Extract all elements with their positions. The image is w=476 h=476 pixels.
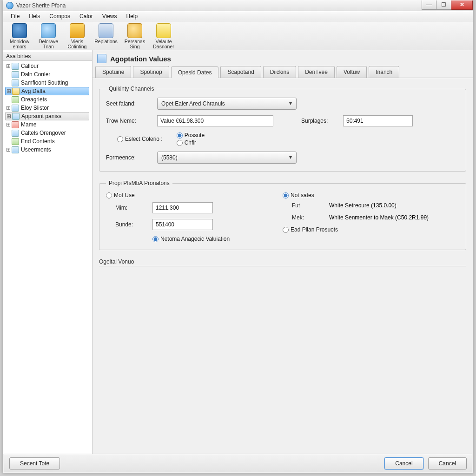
- chfir-radio[interactable]: [177, 140, 183, 146]
- tab-panel: Quikinty Channels Seet faland: Opet Eale…: [93, 78, 473, 270]
- secent-tote-button[interactable]: Secent Tote: [9, 457, 60, 469]
- trow-input[interactable]: [157, 115, 273, 126]
- minimize-button[interactable]: —: [422, 0, 436, 10]
- footer: Secent Tote Cancel Cancel: [4, 454, 472, 472]
- set-label: Seet faland:: [106, 100, 157, 107]
- sidebar-item-label: Useerments: [21, 146, 51, 153]
- mek-value: White Senmenter to Maek (C50.2R1.99): [329, 214, 429, 221]
- folder-icon: [12, 121, 19, 128]
- sidebar-item-daln[interactable]: Daln Conler: [5, 70, 92, 79]
- shield-icon: [12, 113, 20, 120]
- titlebar: Vazor Sherite Pfona — ☐ ✕: [3, 0, 473, 11]
- edit-icon: [156, 23, 171, 38]
- group-quikinty-channels: Quikinty Channels Seet faland: Opet Eale…: [99, 86, 466, 172]
- tab-scapotand[interactable]: Scapotand: [220, 66, 261, 78]
- form-label: Formeence:: [106, 154, 157, 161]
- tab-inanch[interactable]: Inanch: [369, 66, 399, 78]
- page-icon: [97, 54, 106, 63]
- eslect-radio[interactable]: [117, 136, 123, 142]
- sidebar-item-label: Avg Dalta: [21, 88, 46, 94]
- sidebar-item-samfioont[interactable]: Samfioont Soutting: [5, 79, 92, 87]
- app-icon: [6, 2, 13, 9]
- sidebar-item-callour[interactable]: ⊞ Callour: [5, 62, 92, 70]
- sidebar-item-label: Oreagriets: [21, 96, 47, 103]
- close-button[interactable]: ✕: [451, 0, 473, 10]
- folder-icon: [12, 63, 19, 70]
- not-sates-radio[interactable]: [283, 192, 289, 198]
- group-legend: Propi PfsMbA Pronatons: [106, 180, 172, 186]
- mot-use-radio[interactable]: [106, 192, 112, 198]
- expand-icon: ⊞: [6, 63, 11, 69]
- menu-file[interactable]: File: [6, 12, 24, 20]
- sidebar-item-oreagriets[interactable]: Oreagriets: [5, 95, 92, 104]
- sidebar-item-avgdalta[interactable]: ⊞ Avg Dalta: [5, 87, 89, 95]
- expand-icon: ⊞: [7, 88, 11, 94]
- menu-hels[interactable]: Hels: [24, 12, 45, 20]
- maximize-button[interactable]: ☐: [436, 0, 451, 10]
- min-input[interactable]: [152, 202, 213, 213]
- tab-spotinop[interactable]: Spotinop: [133, 66, 169, 78]
- cancel-button-2[interactable]: Cancel: [428, 457, 467, 469]
- expand-icon: ⊞: [6, 121, 11, 128]
- netoma-radio[interactable]: [152, 236, 159, 242]
- menu-compos[interactable]: Compos: [45, 12, 75, 20]
- folder-icon: [12, 79, 19, 86]
- bunde-input[interactable]: [152, 219, 213, 230]
- min-label: Mim:: [115, 205, 152, 211]
- sidebar-item-label: Samfioont Soutting: [21, 79, 68, 86]
- tool-repiations[interactable]: Repiations: [93, 23, 119, 44]
- mot-use-radio-wrap[interactable]: Mot Use: [106, 192, 283, 198]
- possute-radio[interactable]: [177, 132, 183, 139]
- fut-label: Fut: [292, 202, 329, 209]
- fut-value: White Setreoure (135.0.00): [329, 202, 397, 209]
- menu-calor[interactable]: Calor: [75, 12, 98, 20]
- tab-diickins[interactable]: Diickins: [263, 66, 296, 78]
- ogeital-head: Ogeital Vonuo: [99, 258, 466, 266]
- sidebar-item-eloy[interactable]: ⊞ Eloy Slistor: [5, 104, 92, 112]
- sidebar-tree: ⊞ Callour Daln Conler Samfioont Soutting…: [3, 61, 92, 154]
- sidebar-item-useerments[interactable]: ⊞ Useerments: [5, 145, 92, 154]
- sidebar: Asa birtes ⊞ Callour Daln Conler Samfioo…: [3, 50, 93, 454]
- menu-help[interactable]: Help: [122, 12, 143, 20]
- sidebar-item-label: Daln Conler: [21, 71, 50, 78]
- menu-views[interactable]: Views: [98, 12, 122, 20]
- ead-radio-wrap[interactable]: Ead Plian Prosuots: [283, 226, 459, 233]
- tab-spotuine[interactable]: Spotuine: [95, 66, 131, 78]
- tool-delorave[interactable]: Delorave Tnan: [35, 23, 62, 49]
- tab-deritvee[interactable]: DeriTvee: [298, 66, 335, 78]
- cancel-button-1[interactable]: Cancel: [384, 457, 423, 469]
- window-title: Vazor Sherite Pfona: [16, 2, 66, 9]
- eslect-radio-wrap[interactable]: Eslect Colerio :: [117, 136, 163, 142]
- sidebar-item-label: Caltels Orengover: [21, 130, 66, 136]
- netoma-radio-wrap[interactable]: Netoma Anagecic Valuiation: [152, 236, 283, 242]
- folder-icon: [12, 105, 19, 112]
- pencil-icon: [127, 23, 142, 38]
- pronatons-right: Not sates Fut White Setreoure (135.0.00)…: [283, 192, 459, 242]
- sidebar-item-endcontents[interactable]: End Contents: [5, 137, 92, 145]
- set-select[interactable]: Opet Ealer Ared Chranuls: [157, 98, 297, 110]
- sidebar-header: Asa birtes: [3, 52, 92, 61]
- sidebar-item-apprsont[interactable]: ⊞ Apprsont paniss: [5, 112, 89, 120]
- page-header: Agoptation Values: [93, 50, 473, 66]
- bunde-label: Bunde:: [115, 221, 152, 228]
- toolbar: Monidow emors Delorave Tnan Vieris Colin…: [3, 21, 473, 50]
- tool-vieris[interactable]: Vieris Colinting: [64, 23, 91, 49]
- sidebar-item-mame[interactable]: ⊞ Mame: [5, 120, 92, 129]
- opt-possute[interactable]: Possute: [177, 132, 205, 139]
- folder-icon: [12, 88, 20, 95]
- tool-persanas[interactable]: Persanas Sing: [121, 23, 148, 49]
- app-window: Vazor Sherite Pfona — ☐ ✕ File Hels Comp…: [3, 0, 473, 473]
- ead-radio[interactable]: [283, 227, 289, 233]
- not-sates-radio-wrap[interactable]: Not sates: [283, 192, 459, 198]
- tab-opesid-dates[interactable]: Opesid Dates: [171, 66, 219, 78]
- tool-monidow[interactable]: Monidow emors: [6, 23, 33, 49]
- page-title: Agoptation Values: [110, 55, 171, 63]
- opt-chfir[interactable]: Chfir: [177, 139, 205, 146]
- surp-input[interactable]: [343, 115, 413, 126]
- sidebar-item-caltels[interactable]: Caltels Orengover: [5, 129, 92, 137]
- tab-voltuw[interactable]: Voltuw: [337, 66, 367, 78]
- tool-velaute[interactable]: Velaute Dasnoner: [150, 23, 177, 49]
- form-select[interactable]: (5580): [157, 152, 297, 164]
- sidebar-item-label: Apprsont paniss: [21, 113, 61, 119]
- tab-strip: Spotuine Spotinop Opesid Dates Scapotand…: [93, 66, 473, 78]
